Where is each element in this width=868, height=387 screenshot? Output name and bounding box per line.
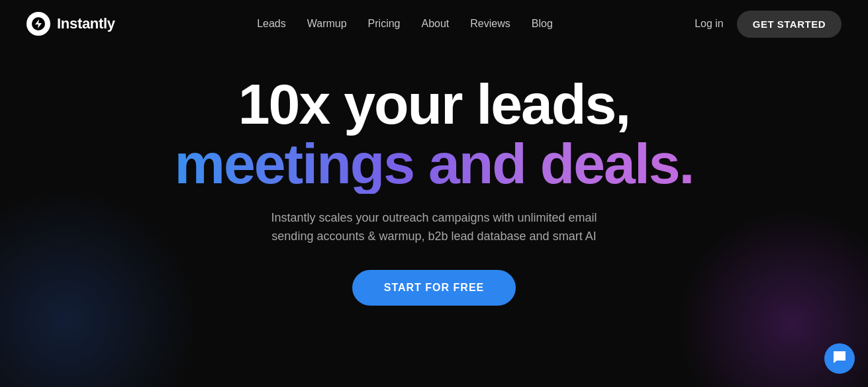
get-started-button[interactable]: GET STARTED xyxy=(737,11,842,38)
nav-link-warmup[interactable]: Warmup xyxy=(307,18,347,29)
nav-link-leads[interactable]: Leads xyxy=(257,18,286,29)
logo[interactable]: Instantly xyxy=(26,12,115,36)
hero-title-line2: meetings and deals. xyxy=(174,134,693,193)
nav-item-reviews[interactable]: Reviews xyxy=(470,18,510,30)
chat-widget[interactable] xyxy=(824,343,855,374)
nav-item-leads[interactable]: Leads xyxy=(257,18,286,30)
nav-item-pricing[interactable]: Pricing xyxy=(368,18,401,30)
nav-link-pricing[interactable]: Pricing xyxy=(368,18,401,29)
nav-item-warmup[interactable]: Warmup xyxy=(307,18,347,30)
nav-links: Leads Warmup Pricing About Reviews Blog xyxy=(257,18,553,30)
hero-title-line1: 10x your leads, xyxy=(238,74,630,134)
start-for-free-button[interactable]: START FOR FREE xyxy=(352,270,516,306)
nav-item-blog[interactable]: Blog xyxy=(532,18,553,30)
login-button[interactable]: Log in xyxy=(695,18,724,30)
hero-subtitle: Instantly scales your outreach campaigns… xyxy=(249,208,620,247)
logo-text: Instantly xyxy=(57,15,115,32)
navbar: Instantly Leads Warmup Pricing About Rev… xyxy=(0,0,868,48)
nav-link-reviews[interactable]: Reviews xyxy=(470,18,510,29)
nav-actions: Log in GET STARTED xyxy=(695,11,842,38)
nav-item-about[interactable]: About xyxy=(421,18,449,30)
nav-link-about[interactable]: About xyxy=(421,18,449,29)
nav-link-blog[interactable]: Blog xyxy=(532,18,553,29)
logo-icon xyxy=(26,12,50,36)
chat-icon xyxy=(832,350,847,368)
hero-section: 10x your leads, meetings and deals. Inst… xyxy=(0,48,868,319)
